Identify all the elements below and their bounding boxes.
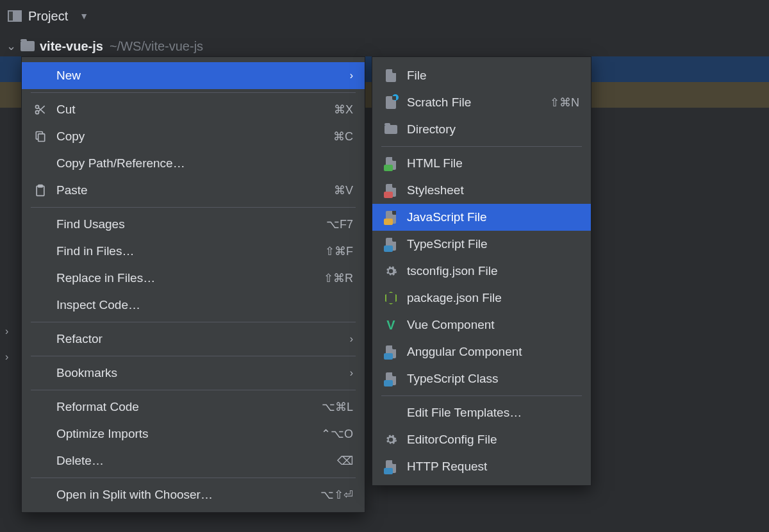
menu-item-label: Find Usages [56, 217, 317, 231]
project-root-row[interactable]: ⌄ vite-vue-js ~/WS/vite-vue-js [6, 37, 769, 55]
menu-separator [381, 146, 582, 147]
menu-item-optimize[interactable]: Optimize Imports⌃⌥O [22, 420, 365, 447]
shortcut-label: ⌘V [334, 183, 353, 197]
shortcut-label: ⌘X [334, 103, 353, 117]
menu-item-label: Reformat Code [56, 400, 313, 414]
menu-item-label: Bookmarks [56, 366, 341, 380]
menu-item-vue[interactable]: VVue Component [372, 312, 591, 338]
menu-item-paste[interactable]: Paste⌘V [22, 177, 365, 204]
menu-item-tsfile[interactable]: TypeScript File [372, 231, 591, 258]
vue-icon: V [384, 318, 398, 333]
menu-item-label: Cut [56, 103, 325, 117]
menu-item-angular[interactable]: Anggular Component [372, 338, 591, 365]
shortcut-label: ⌘C [333, 129, 353, 144]
menu-separator [31, 356, 356, 356]
menu-item-label: package.json File [407, 291, 579, 305]
menu-item-reformat[interactable]: Reformat Code⌥⌘L [22, 394, 365, 420]
chevron-right-icon[interactable]: › [5, 326, 8, 351]
menu-item-findinfiles[interactable]: Find in Files…⇧⌘F [22, 238, 365, 265]
menu-separator [31, 322, 356, 322]
svg-point-1 [36, 111, 39, 114]
file-icon [384, 69, 398, 82]
menu-item-label: Refactor [56, 332, 341, 346]
menu-item-label: Optimize Imports [56, 427, 312, 441]
shortcut-label: ⇧⌘F [325, 244, 353, 258]
shortcut-label: ⌃⌥O [321, 427, 353, 441]
html-icon [384, 157, 398, 170]
menu-item-stylesheet[interactable]: Stylesheet [372, 177, 591, 204]
menu-item-scratch[interactable]: Scratch File⇧⌘N [372, 89, 591, 116]
menu-item-label: Directory [407, 122, 579, 137]
shortcut-label: ⌥⇧⏎ [320, 488, 353, 502]
menu-item-cut[interactable]: Cut⌘X [22, 96, 365, 123]
menu-item-inspect[interactable]: Inspect Code… [22, 292, 365, 319]
js-icon [384, 211, 398, 224]
menu-item-label: Scratch File [407, 96, 541, 110]
menu-item-label: Inspect Code… [56, 298, 353, 312]
new-submenu: FileScratch File⇧⌘NDirectoryHTML FileSty… [372, 56, 591, 486]
scratch-icon [384, 96, 398, 109]
chevron-down-icon[interactable]: ▼ [79, 11, 88, 21]
collapsed-tree-chevrons: › › [5, 326, 8, 377]
menu-item-findusages[interactable]: Find Usages⌥F7 [22, 211, 365, 238]
menu-item-editorconfig[interactable]: EditorConfig File [372, 426, 591, 453]
menu-item-label: Edit File Templates… [407, 406, 579, 420]
menu-item-label: New [56, 69, 341, 83]
menu-item-label: File [407, 69, 579, 83]
menu-item-package[interactable]: package.json File [372, 285, 591, 312]
menu-item-label: Find in Files… [56, 244, 316, 258]
menu-item-refactor[interactable]: Refactor› [22, 326, 365, 353]
chevron-down-icon[interactable]: ⌄ [6, 39, 15, 53]
project-tree[interactable]: ⌄ vite-vue-js ~/WS/vite-vue-js [0, 32, 769, 55]
project-toolbar: Project ▼ [0, 0, 769, 32]
project-view-icon [8, 10, 22, 22]
menu-item-jsfile[interactable]: JavaScript File [372, 204, 591, 231]
chevron-right-icon: › [350, 367, 353, 379]
menu-item-replaceinfiles[interactable]: Replace in Files…⇧⌘R [22, 265, 365, 292]
chevron-right-icon: › [350, 333, 353, 345]
menu-item-tsconfig[interactable]: tsconfig.json File [372, 258, 591, 285]
node-icon [384, 292, 398, 304]
scissors-icon [33, 103, 47, 116]
menu-separator [31, 390, 356, 390]
menu-item-http[interactable]: HTTP Request [372, 453, 591, 480]
menu-item-label: Replace in Files… [56, 271, 315, 285]
ts-icon [384, 372, 398, 385]
chevron-right-icon: › [350, 70, 353, 81]
chevron-right-icon[interactable]: › [5, 351, 8, 377]
menu-item-label: TypeScript File [407, 237, 579, 251]
menu-item-label: HTTP Request [407, 460, 579, 474]
menu-item-copy[interactable]: Copy⌘C [22, 123, 365, 150]
css-icon [384, 184, 398, 197]
menu-item-label: TypeScript Class [407, 372, 579, 386]
menu-item-tsclass[interactable]: TypeScript Class [372, 365, 591, 392]
menu-item-label: tsconfig.json File [407, 264, 579, 278]
ts-icon [384, 238, 398, 251]
menu-item-copypath[interactable]: Copy Path/Reference… [22, 150, 365, 177]
menu-item-label: Anggular Component [407, 345, 579, 359]
menu-item-directory[interactable]: Directory [372, 116, 591, 143]
svg-rect-5 [38, 134, 45, 142]
menu-item-label: JavaScript File [407, 210, 579, 224]
menu-item-opensplit[interactable]: Open in Split with Chooser…⌥⇧⏎ [22, 481, 365, 508]
menu-item-label: Copy Path/Reference… [56, 156, 353, 170]
menu-item-edittpl[interactable]: Edit File Templates… [372, 399, 591, 426]
menu-item-html[interactable]: HTML File [372, 150, 591, 177]
ts-icon [384, 345, 398, 358]
menu-separator [31, 92, 356, 93]
menu-item-label: Vue Component [407, 318, 579, 332]
context-menu: New›Cut⌘XCopy⌘CCopy Path/Reference…Paste… [21, 56, 365, 513]
svg-rect-7 [38, 185, 43, 187]
toolbar-title[interactable]: Project [28, 9, 68, 24]
shortcut-label: ⌫ [337, 454, 353, 468]
menu-item-file[interactable]: File [372, 62, 591, 89]
menu-item-new[interactable]: New› [22, 62, 365, 89]
menu-item-label: Copy [56, 129, 324, 144]
menu-separator [381, 395, 582, 396]
copy-icon [33, 130, 47, 143]
clipboard-icon [33, 184, 47, 197]
folder-icon [21, 41, 35, 51]
menu-item-bookmarks[interactable]: Bookmarks› [22, 360, 365, 387]
gear-icon [384, 433, 398, 446]
menu-item-delete[interactable]: Delete…⌫ [22, 447, 365, 474]
